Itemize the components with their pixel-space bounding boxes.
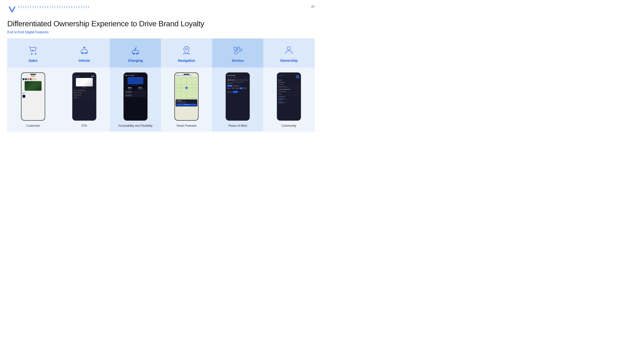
feature-caption-ownership: Community	[282, 124, 296, 127]
feature-header-sales: Sales	[8, 39, 59, 67]
v6-section-profile: APP PROFILE	[278, 82, 300, 83]
feature-caption-service: Peace of Mind	[228, 124, 247, 127]
phone-service: Service Booking Date Confirm Date & Time…	[226, 72, 250, 121]
color-swatch-5	[32, 78, 34, 80]
v5-slot-12[interactable]: 12:00	[243, 87, 247, 89]
v3-station-1-info: 1.0 mi · Available	[126, 92, 146, 93]
v6-car-vf8-1: VF 8	[278, 97, 300, 101]
v4-get-directions-btn[interactable]: Get Directions	[176, 104, 197, 106]
phone-notch-sales	[30, 74, 36, 75]
v3-station-2: Union South Bay Same Location	[125, 94, 146, 97]
feature-caption-charging: Accessibility and Flexibility	[118, 124, 152, 127]
v5-tab-morning[interactable]: Morning	[227, 85, 232, 87]
feature-label-vehicle: Vehicle	[78, 59, 90, 62]
brand-logo	[7, 4, 17, 15]
v1-subtitle: Deep Ocean	[22, 76, 44, 77]
v5-next-btn[interactable]: Next	[232, 91, 238, 93]
v5-slot-10[interactable]: 10:00	[235, 87, 239, 89]
feature-label-charging: Charging	[128, 59, 143, 62]
phone-notch-vehicle	[82, 74, 87, 75]
phone-screen-charging: Battery & Charging Charging Target 80% 4…	[124, 73, 147, 120]
v2-logo: VinFast ID	[74, 75, 80, 77]
map-pin-icon	[181, 45, 192, 57]
v5-slot-11[interactable]: 11:00	[240, 87, 243, 89]
v4-panel: Irvine MNE 9879 Research Dr, Irvine, CA …	[176, 99, 197, 106]
interior-swatch	[22, 95, 25, 98]
v6-section-payment: PAYMENT MANAGEMENT	[278, 89, 300, 90]
v5-slot-9[interactable]: 09:00	[231, 87, 235, 89]
feature-body-ownership: VinFast ID Alex W APP PROFILE General In…	[263, 67, 314, 131]
v3-station-2-info: Same Location	[126, 96, 146, 96]
phone-screen-content-charging: Battery & Charging Charging Target 80% 4…	[124, 73, 147, 120]
phone-notch-nav	[184, 74, 190, 75]
v6-menu-payment: Payment Method›	[278, 90, 300, 93]
main-content: Differentiated Ownership Experience to D…	[0, 0, 322, 136]
v4-tab-charging: Charging	[176, 75, 180, 76]
v6-car-icon-2	[278, 101, 283, 103]
feature-label-ownership: Ownership	[280, 59, 298, 62]
phone-vehicle: VinFast ID 127mi Parked Remote Controls …	[72, 72, 96, 121]
feature-caption-sales: Customize	[26, 124, 40, 127]
color-swatch-3	[27, 78, 29, 80]
v3-station-1: Union South Bay 1.0 mi · Available	[125, 91, 146, 94]
v2-menu-controls: Remote Controls›	[74, 94, 95, 96]
feature-col-charging: Charging Battery & Charging Charging Tar…	[110, 39, 161, 131]
v5-back-btn[interactable]: Back	[227, 91, 232, 93]
feature-label-sales: Sales	[29, 59, 38, 62]
svg-point-7	[186, 48, 188, 50]
v5-action-btns: Back Next	[227, 91, 248, 93]
feature-body-navigation: Charging Service Center Restaurant	[161, 67, 212, 131]
feature-caption-vehicle: OTA	[82, 124, 87, 127]
v6-topbar: VinFast ID	[278, 75, 300, 79]
page-title: Differentiated Ownership Experience to D…	[7, 19, 315, 28]
svg-point-0	[31, 53, 32, 54]
feature-body-charging: Battery & Charging Charging Target 80% 4…	[110, 67, 161, 131]
phone-screen-service: Service Booking Date Confirm Date & Time…	[226, 73, 249, 120]
phone-screen-content-sales: Exterior Deep Ocean Inter	[22, 73, 45, 120]
feature-header-ownership: Ownership	[263, 39, 314, 67]
color-swatch-1	[22, 78, 24, 80]
phone-screen-content-vehicle: VinFast ID 127mi Parked Remote Controls …	[73, 73, 96, 120]
v5-time-slots: 08:00 09:00 10:00 11:00 12:00	[227, 87, 248, 89]
phone-screen-sales: Exterior Deep Ocean Inter	[22, 73, 45, 120]
phone-screen-content-navigation: Charging Service Center Restaurant	[175, 73, 198, 120]
feature-label-service: Service	[232, 59, 244, 62]
v3-car	[128, 77, 143, 84]
feature-col-sales: Sales Exterior Deep Ocean	[8, 39, 59, 131]
feature-col-navigation: Navigation Charging Service Center Resta…	[161, 39, 212, 131]
phone-charging: Battery & Charging Charging Target 80% 4…	[124, 72, 148, 121]
v2-topbar: VinFast ID 127mi	[74, 75, 95, 77]
v5-date: 📅07/12/2022	[227, 79, 248, 81]
svg-point-11	[287, 46, 290, 50]
svg-point-4	[84, 47, 84, 47]
v6-menu-general: General Info›	[278, 83, 300, 86]
v3-range-label: Expected Range	[138, 89, 143, 90]
car-charging-icon	[130, 45, 141, 57]
phone-notch-ownership	[286, 74, 292, 75]
features-grid: Sales Exterior Deep Ocean	[7, 38, 315, 131]
phone-screen-vehicle: VinFast ID 127mi Parked Remote Controls …	[73, 73, 96, 120]
feature-header-navigation: Navigation	[161, 39, 212, 67]
v4-tabs: Charging Service Center Restaurant	[176, 75, 197, 76]
v5-slot-8[interactable]: 08:00	[227, 87, 231, 89]
cart-icon	[28, 45, 38, 57]
v3-range-val: 127mi	[138, 87, 143, 89]
v6-username: Alex W	[278, 80, 300, 81]
feature-header-charging: Charging	[110, 39, 161, 67]
v2-menu-battery: Battery & Charging›	[74, 91, 95, 94]
v5-tab-afternoon[interactable]: Afternoon	[233, 85, 240, 87]
v4-panel-time: 9 min (3.5 mi) · Arrived at 22%	[176, 102, 197, 103]
phone-sales: Exterior Deep Ocean Inter	[21, 72, 45, 121]
phone-screen-ownership: VinFast ID Alex W APP PROFILE General In…	[277, 73, 300, 120]
v4-tab-restaurant: Restaurant	[187, 75, 192, 76]
page-number: 27	[311, 5, 315, 8]
feature-body-vehicle: VinFast ID 127mi Parked Remote Controls …	[59, 67, 110, 131]
svg-point-10	[186, 87, 188, 89]
v6-menu-bills: Bill List ·›	[278, 93, 300, 95]
feature-body-service: Service Booking Date Confirm Date & Time…	[212, 67, 263, 131]
header-decoration	[18, 6, 90, 8]
v6-car-icon-1	[278, 98, 283, 100]
v5-header: Service Booking	[227, 75, 248, 76]
v3-header: Battery & Charging	[125, 75, 146, 76]
car-wifi-icon	[79, 45, 90, 57]
